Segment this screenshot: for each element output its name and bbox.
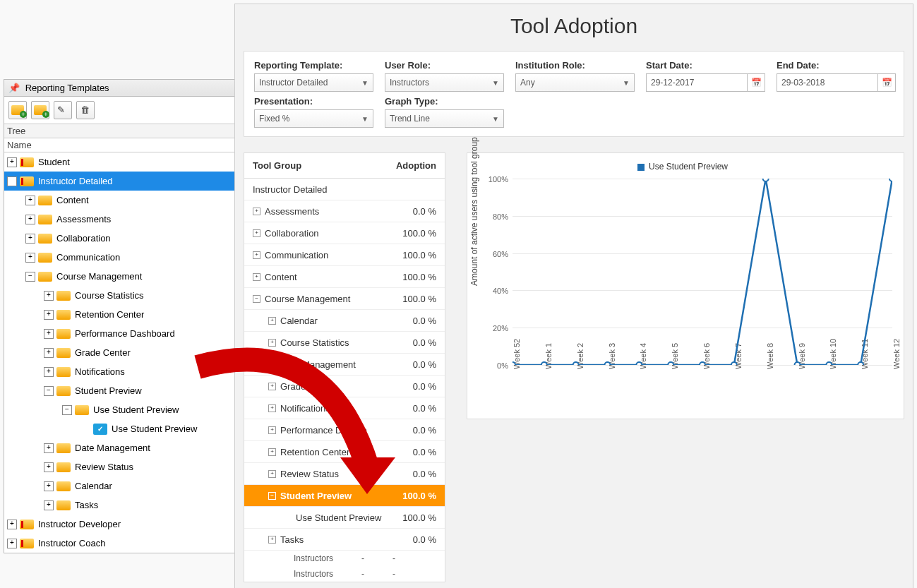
table-row[interactable]: +Content100.0 % [244, 266, 445, 288]
institution-role-select[interactable]: Any▼ [515, 73, 635, 92]
row-expander[interactable]: + [268, 426, 276, 434]
table-row[interactable]: +Retention Center0.0 % [244, 441, 445, 463]
table-header: Tool Group Adoption [244, 153, 445, 179]
tree-node[interactable]: +Performance Dashboard [4, 324, 234, 343]
expand-toggle[interactable]: + [44, 443, 54, 453]
row-expander[interactable]: − [268, 492, 276, 500]
svg-point-5 [668, 362, 673, 365]
expand-toggle[interactable]: + [44, 329, 54, 339]
table-row[interactable]: +Notifications0.0 % [244, 397, 445, 419]
page-title: Tool Adoption [235, 14, 913, 38]
table-row[interactable]: +Calendar0.0 % [244, 310, 445, 332]
tree-node[interactable]: +Communication [4, 248, 234, 267]
table-row[interactable]: +Course Statistics0.0 % [244, 332, 445, 354]
expand-toggle[interactable]: + [25, 215, 35, 224]
table-row[interactable]: +Date Management0.0 % [244, 354, 445, 376]
new-subfolder-button[interactable] [31, 101, 49, 119]
new-folder-button[interactable] [8, 101, 27, 119]
table-row[interactable]: Use Student Preview100.0 % [244, 507, 445, 529]
tree-node[interactable]: +Calendar [4, 476, 234, 496]
tree-node[interactable]: −Student Preview [4, 381, 234, 400]
row-expander[interactable]: + [253, 273, 260, 281]
expand-toggle[interactable]: − [7, 176, 17, 186]
tree-node[interactable]: +Course Statistics [4, 286, 234, 305]
tree-node-label: Review Status [75, 462, 133, 472]
tree-node[interactable]: +Instructor Developer [4, 515, 234, 534]
filter-label: End Date: [777, 60, 907, 71]
tree-node[interactable]: +Notifications [4, 362, 234, 381]
row-value: 0.0 % [413, 534, 436, 545]
expand-toggle[interactable]: − [44, 386, 54, 396]
row-name: Tasks [280, 534, 304, 545]
expand-toggle[interactable]: + [25, 196, 35, 205]
tree-node[interactable]: −Course Management [4, 267, 234, 286]
filter-bar: Reporting Template: Instructor Detailed▼… [244, 51, 904, 137]
expand-toggle[interactable]: + [25, 234, 35, 244]
tree-node[interactable]: +Assessments [4, 210, 234, 229]
table-row[interactable]: +Grade Center0.0 % [244, 376, 445, 397]
expand-toggle[interactable]: + [44, 348, 54, 358]
row-expander[interactable]: + [268, 404, 276, 412]
presentation-select[interactable]: Fixed %▼ [254, 109, 373, 128]
tree-node[interactable]: +Grade Center [4, 343, 234, 362]
expand-toggle[interactable]: + [7, 539, 17, 548]
table-row[interactable]: +Communication100.0 % [244, 244, 445, 266]
table-row[interactable]: +Review Status0.0 % [244, 463, 445, 485]
expand-toggle[interactable]: + [44, 310, 54, 320]
row-expander[interactable]: + [253, 251, 260, 259]
tree-node[interactable]: +Instructor Coach [4, 534, 234, 553]
row-expander[interactable]: + [268, 361, 276, 368]
expand-toggle[interactable]: + [44, 291, 54, 301]
tree-node[interactable]: −Use Student Preview [4, 400, 234, 419]
end-date-input[interactable]: 29-03-2018📅 [777, 73, 896, 92]
row-expander[interactable]: + [268, 339, 276, 347]
expand-toggle[interactable]: + [44, 481, 54, 491]
table-row[interactable]: +Tasks0.0 % [244, 529, 445, 551]
row-name: Calendar [280, 316, 318, 326]
row-expander[interactable]: + [268, 448, 276, 456]
expand-toggle[interactable]: − [25, 272, 35, 282]
expand-toggle[interactable]: + [25, 253, 35, 263]
user-role-select[interactable]: Instructors▼ [385, 73, 504, 92]
row-expander[interactable]: + [253, 208, 260, 215]
tree-node[interactable]: −Instructor Detailed [4, 172, 234, 191]
tree-node[interactable]: +Content [4, 191, 234, 210]
tree-node[interactable]: +Student [4, 152, 234, 172]
row-expander[interactable]: − [253, 295, 260, 303]
delete-button[interactable]: 🗑 [76, 101, 95, 119]
reporting-template-select[interactable]: Instructor Detailed▼ [254, 73, 373, 92]
expand-toggle[interactable]: + [7, 157, 17, 167]
start-date-input[interactable]: 29-12-2017📅 [646, 73, 765, 92]
expand-toggle[interactable]: + [44, 462, 54, 472]
expand-toggle[interactable]: − [62, 405, 72, 415]
table-row[interactable]: −Student Preview100.0 % [244, 485, 445, 507]
row-expander[interactable]: + [253, 229, 260, 237]
tree-node[interactable]: +Date Management [4, 438, 234, 457]
table-row[interactable]: +Assessments0.0 % [244, 200, 445, 222]
expand-toggle[interactable]: + [7, 520, 17, 529]
table-row[interactable]: +Collaboration100.0 % [244, 222, 445, 244]
row-value: 100.0 % [402, 491, 436, 501]
tree-node[interactable]: +Collaboration [4, 229, 234, 248]
tree-node[interactable]: +Retention Center [4, 305, 234, 324]
row-expander[interactable]: + [268, 536, 276, 544]
tree-node[interactable]: +Tasks [4, 496, 234, 515]
reporting-templates-panel: 📌 Reporting Templates ✎ 🗑 Tree Name +Stu… [4, 79, 235, 553]
row-expander[interactable]: + [268, 470, 276, 478]
tree-node-label: Notifications [75, 366, 125, 377]
row-name: Communication [265, 250, 328, 260]
row-expander[interactable]: + [268, 317, 276, 325]
tree-section-label: Tree [4, 124, 234, 138]
tree-node[interactable]: +Review Status [4, 457, 234, 476]
edit-button[interactable]: ✎ [54, 101, 72, 119]
folder-icon [56, 329, 71, 339]
filter-reporting-template: Reporting Template: Instructor Detailed▼ [254, 60, 385, 92]
graph-type-select[interactable]: Trend Line▼ [385, 109, 504, 128]
expand-toggle[interactable]: + [44, 500, 54, 510]
svg-point-1 [541, 362, 547, 365]
table-row[interactable]: +Performance Dashbo0.0 % [244, 419, 445, 441]
expand-toggle[interactable]: + [44, 367, 54, 377]
table-row[interactable]: −Course Management100.0 % [244, 288, 445, 310]
tree-node[interactable]: ✓Use Student Preview [4, 419, 234, 438]
row-expander[interactable]: + [268, 383, 276, 390]
